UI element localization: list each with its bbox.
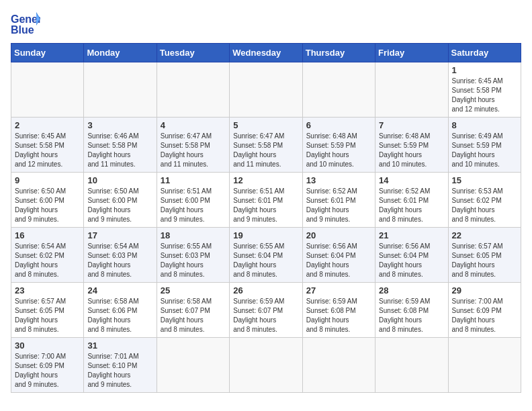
day-number: 12 bbox=[233, 175, 298, 185]
calendar-cell: 14Sunrise: 6:52 AMSunset: 6:01 PMDayligh… bbox=[375, 173, 448, 228]
day-info: Sunrise: 6:47 AMSunset: 5:58 PMDaylight … bbox=[161, 132, 226, 169]
day-number: 4 bbox=[161, 120, 226, 130]
calendar-cell: 6Sunrise: 6:48 AMSunset: 5:59 PMDaylight… bbox=[302, 118, 375, 173]
calendar-cell bbox=[375, 62, 448, 118]
calendar-cell: 29Sunrise: 7:00 AMSunset: 6:09 PMDayligh… bbox=[448, 283, 521, 338]
day-info: Sunrise: 7:00 AMSunset: 6:09 PMDaylight … bbox=[15, 352, 80, 390]
svg-text:General: General bbox=[11, 13, 40, 25]
day-info: Sunrise: 6:59 AMSunset: 6:07 PMDaylight … bbox=[233, 297, 298, 334]
day-info: Sunrise: 6:48 AMSunset: 5:59 PMDaylight … bbox=[379, 132, 444, 169]
calendar-cell: 19Sunrise: 6:55 AMSunset: 6:04 PMDayligh… bbox=[230, 228, 302, 283]
logo: General Blue bbox=[11, 11, 40, 35]
day-number: 20 bbox=[306, 230, 371, 240]
calendar-cell: 21Sunrise: 6:56 AMSunset: 6:04 PMDayligh… bbox=[375, 228, 448, 283]
day-info: Sunrise: 6:52 AMSunset: 6:01 PMDaylight … bbox=[379, 187, 444, 224]
col-header-monday: Monday bbox=[84, 44, 157, 62]
calendar-cell: 11Sunrise: 6:51 AMSunset: 6:00 PMDayligh… bbox=[157, 173, 229, 228]
day-info: Sunrise: 6:57 AMSunset: 6:05 PMDaylight … bbox=[452, 242, 517, 279]
calendar-week-5: 23Sunrise: 6:57 AMSunset: 6:05 PMDayligh… bbox=[11, 283, 521, 338]
calendar-cell bbox=[230, 338, 302, 393]
day-info: Sunrise: 6:54 AMSunset: 6:03 PMDaylight … bbox=[87, 242, 152, 279]
calendar-cell bbox=[302, 62, 375, 118]
calendar-cell: 4Sunrise: 6:47 AMSunset: 5:58 PMDaylight… bbox=[157, 118, 229, 173]
day-info: Sunrise: 6:51 AMSunset: 6:01 PMDaylight … bbox=[233, 187, 298, 224]
calendar-week-4: 16Sunrise: 6:54 AMSunset: 6:02 PMDayligh… bbox=[11, 228, 521, 283]
calendar-cell bbox=[157, 338, 229, 393]
calendar-cell: 5Sunrise: 6:47 AMSunset: 5:58 PMDaylight… bbox=[230, 118, 302, 173]
calendar-cell: 7Sunrise: 6:48 AMSunset: 5:59 PMDaylight… bbox=[375, 118, 448, 173]
col-header-wednesday: Wednesday bbox=[230, 44, 302, 62]
day-number: 17 bbox=[87, 230, 152, 240]
calendar-cell: 26Sunrise: 6:59 AMSunset: 6:07 PMDayligh… bbox=[230, 283, 302, 338]
calendar-week-2: 2Sunrise: 6:45 AMSunset: 5:58 PMDaylight… bbox=[11, 118, 521, 173]
day-number: 5 bbox=[233, 120, 298, 130]
day-number: 19 bbox=[233, 230, 298, 240]
calendar-cell: 3Sunrise: 6:46 AMSunset: 5:58 PMDaylight… bbox=[84, 118, 157, 173]
calendar-week-1: 1Sunrise: 6:45 AMSunset: 5:58 PMDaylight… bbox=[11, 62, 521, 118]
calendar-cell: 15Sunrise: 6:53 AMSunset: 6:02 PMDayligh… bbox=[448, 173, 521, 228]
calendar-cell bbox=[157, 62, 229, 118]
day-info: Sunrise: 6:46 AMSunset: 5:58 PMDaylight … bbox=[87, 132, 152, 169]
day-info: Sunrise: 6:55 AMSunset: 6:04 PMDaylight … bbox=[233, 242, 298, 279]
day-number: 14 bbox=[379, 175, 444, 185]
calendar-cell: 16Sunrise: 6:54 AMSunset: 6:02 PMDayligh… bbox=[11, 228, 84, 283]
day-number: 13 bbox=[306, 175, 371, 185]
day-info: Sunrise: 7:01 AMSunset: 6:10 PMDaylight … bbox=[87, 352, 152, 390]
day-info: Sunrise: 6:57 AMSunset: 6:05 PMDaylight … bbox=[15, 297, 80, 334]
calendar-cell bbox=[448, 338, 521, 393]
day-info: Sunrise: 6:50 AMSunset: 6:00 PMDaylight … bbox=[87, 187, 152, 224]
day-number: 18 bbox=[161, 230, 226, 240]
day-number: 27 bbox=[306, 285, 371, 295]
day-info: Sunrise: 6:58 AMSunset: 6:06 PMDaylight … bbox=[87, 297, 152, 334]
calendar-cell: 8Sunrise: 6:49 AMSunset: 5:59 PMDaylight… bbox=[448, 118, 521, 173]
day-number: 28 bbox=[379, 285, 444, 295]
day-info: Sunrise: 6:45 AMSunset: 5:58 PMDaylight … bbox=[15, 132, 80, 169]
day-number: 16 bbox=[15, 230, 80, 240]
calendar-cell bbox=[230, 62, 302, 118]
day-number: 6 bbox=[306, 120, 371, 130]
day-info: Sunrise: 6:56 AMSunset: 6:04 PMDaylight … bbox=[306, 242, 371, 279]
calendar-cell: 22Sunrise: 6:57 AMSunset: 6:05 PMDayligh… bbox=[448, 228, 521, 283]
day-info: Sunrise: 6:59 AMSunset: 6:08 PMDaylight … bbox=[379, 297, 444, 334]
day-number: 8 bbox=[452, 120, 517, 130]
day-number: 22 bbox=[452, 230, 517, 240]
calendar-cell: 1Sunrise: 6:45 AMSunset: 5:58 PMDaylight… bbox=[448, 62, 521, 118]
calendar-cell: 24Sunrise: 6:58 AMSunset: 6:06 PMDayligh… bbox=[84, 283, 157, 338]
day-number: 23 bbox=[15, 285, 80, 295]
day-info: Sunrise: 6:55 AMSunset: 6:03 PMDaylight … bbox=[161, 242, 226, 279]
calendar-cell: 10Sunrise: 6:50 AMSunset: 6:00 PMDayligh… bbox=[84, 173, 157, 228]
day-info: Sunrise: 6:58 AMSunset: 6:07 PMDaylight … bbox=[161, 297, 226, 334]
day-info: Sunrise: 7:00 AMSunset: 6:09 PMDaylight … bbox=[452, 297, 517, 334]
calendar-week-3: 9Sunrise: 6:50 AMSunset: 6:00 PMDaylight… bbox=[11, 173, 521, 228]
day-info: Sunrise: 6:51 AMSunset: 6:00 PMDaylight … bbox=[161, 187, 226, 224]
day-number: 3 bbox=[87, 120, 152, 130]
day-number: 2 bbox=[15, 120, 80, 130]
day-info: Sunrise: 6:47 AMSunset: 5:58 PMDaylight … bbox=[233, 132, 298, 169]
col-header-friday: Friday bbox=[375, 44, 448, 62]
calendar-cell bbox=[84, 62, 157, 118]
day-number: 31 bbox=[87, 340, 152, 351]
col-header-tuesday: Tuesday bbox=[157, 44, 229, 62]
day-number: 24 bbox=[87, 285, 152, 295]
calendar-cell: 9Sunrise: 6:50 AMSunset: 6:00 PMDaylight… bbox=[11, 173, 84, 228]
calendar-cell: 20Sunrise: 6:56 AMSunset: 6:04 PMDayligh… bbox=[302, 228, 375, 283]
calendar-cell bbox=[11, 62, 84, 118]
calendar-cell: 23Sunrise: 6:57 AMSunset: 6:05 PMDayligh… bbox=[11, 283, 84, 338]
page-header: General Blue bbox=[11, 11, 521, 35]
day-info: Sunrise: 6:53 AMSunset: 6:02 PMDaylight … bbox=[452, 187, 517, 224]
calendar-cell: 13Sunrise: 6:52 AMSunset: 6:01 PMDayligh… bbox=[302, 173, 375, 228]
day-number: 10 bbox=[87, 175, 152, 185]
day-info: Sunrise: 6:52 AMSunset: 6:01 PMDaylight … bbox=[306, 187, 371, 224]
logo-icon: General Blue bbox=[11, 11, 38, 35]
day-info: Sunrise: 6:50 AMSunset: 6:00 PMDaylight … bbox=[15, 187, 80, 224]
day-number: 29 bbox=[452, 285, 517, 295]
day-number: 15 bbox=[452, 175, 517, 185]
day-number: 25 bbox=[161, 285, 226, 295]
calendar-week-6: 30Sunrise: 7:00 AMSunset: 6:09 PMDayligh… bbox=[11, 338, 521, 393]
day-info: Sunrise: 6:45 AMSunset: 5:58 PMDaylight … bbox=[452, 77, 517, 114]
calendar-cell: 30Sunrise: 7:00 AMSunset: 6:09 PMDayligh… bbox=[11, 338, 84, 393]
calendar-cell: 25Sunrise: 6:58 AMSunset: 6:07 PMDayligh… bbox=[157, 283, 229, 338]
calendar-cell: 17Sunrise: 6:54 AMSunset: 6:03 PMDayligh… bbox=[84, 228, 157, 283]
day-info: Sunrise: 6:49 AMSunset: 5:59 PMDaylight … bbox=[452, 132, 517, 169]
calendar-cell: 27Sunrise: 6:59 AMSunset: 6:08 PMDayligh… bbox=[302, 283, 375, 338]
